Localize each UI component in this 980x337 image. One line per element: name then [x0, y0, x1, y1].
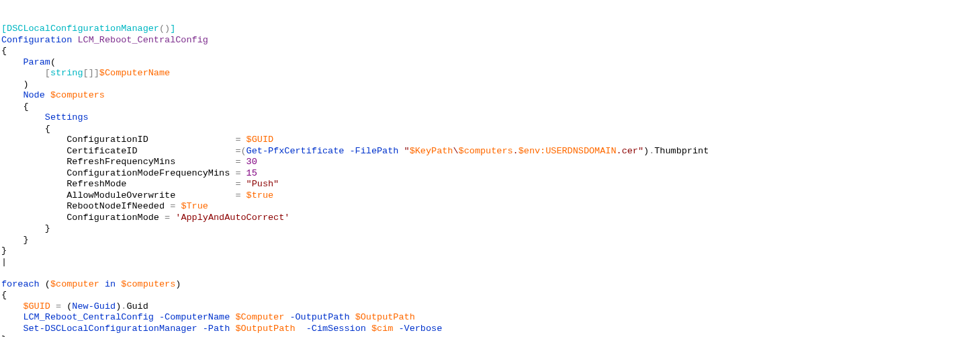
equals: =: [165, 213, 170, 223]
string-seg: \: [453, 146, 458, 156]
keyword-foreach: foreach: [1, 279, 40, 289]
parameter: -OutputPath: [289, 312, 349, 322]
equals: =: [235, 179, 240, 189]
paren: ): [23, 79, 28, 89]
brace: {: [1, 46, 7, 56]
brace: }: [1, 334, 7, 337]
string: 'ApplyAndAutoCorrect': [175, 213, 289, 223]
property: RebootNodeIfNeeded: [66, 201, 165, 211]
string-seg: .cer: [617, 146, 638, 156]
string: "Push": [247, 179, 279, 189]
property: ConfigurationMode: [66, 213, 159, 223]
equals: =: [235, 157, 240, 167]
paren: (: [45, 279, 50, 289]
property: RefreshFrequencyMins: [66, 157, 175, 167]
bracket: [: [45, 68, 50, 78]
variable: $OutputPath: [235, 324, 295, 334]
brace: {: [1, 290, 7, 300]
type-string: string: [50, 68, 83, 78]
property: AllowModuleOverwrite: [66, 190, 175, 200]
brace: }: [23, 235, 28, 245]
paren: (: [50, 57, 56, 67]
variable: $KeyPath: [410, 146, 453, 156]
string-seg: .: [513, 146, 519, 156]
parameter: -ComputerName: [159, 312, 230, 322]
variable: $computer: [50, 279, 99, 289]
property: Thumbprint: [654, 146, 709, 156]
variable: $GUID: [247, 135, 274, 145]
property: ConfigurationID: [66, 135, 148, 145]
equals: =: [235, 135, 240, 145]
property: Guid: [126, 301, 148, 311]
variable: $true: [247, 190, 274, 200]
parameter: -Path: [203, 324, 230, 334]
property: CertificateID: [66, 146, 137, 156]
variable: $computers: [121, 279, 175, 289]
keyword-configuration: Configuration: [1, 35, 72, 45]
variable: $GUID: [23, 301, 50, 311]
variable: $env:USERDNSDOMAIN: [519, 146, 617, 156]
variable: $computers: [459, 146, 513, 156]
keyword-settings: Settings: [45, 112, 89, 122]
brace: {: [23, 102, 28, 112]
equals: =: [56, 301, 61, 311]
brace: }: [1, 246, 7, 256]
keyword-node: Node: [23, 90, 44, 100]
variable: $cim: [371, 324, 393, 334]
attribute-name: DSCLocalConfigurationManager: [7, 24, 159, 34]
string-open: ": [404, 146, 410, 156]
parens: (): [159, 24, 170, 34]
keyword-param: Param: [23, 57, 50, 67]
bracket: ]: [94, 68, 99, 78]
config-name: LCM_Reboot_CentralConfig: [77, 35, 208, 45]
cmdlet: New-Guid: [72, 301, 116, 311]
paren: ): [643, 146, 649, 156]
attribute-bracket: ]: [170, 24, 175, 34]
cmdlet: Set-DSCLocalConfigurationManager: [23, 324, 197, 334]
array-brackets: []: [83, 68, 94, 78]
cmdlet: LCM_Reboot_CentralConfig: [23, 312, 153, 322]
variable: $OutputPath: [355, 312, 415, 322]
variable: $computers: [50, 90, 105, 100]
equals: =: [235, 190, 240, 200]
variable: $Computer: [235, 312, 284, 322]
property: RefreshMode: [66, 179, 126, 189]
paren: ): [175, 279, 181, 289]
keyword-in: in: [105, 279, 116, 289]
parameter: -Verbose: [398, 324, 442, 334]
variable: $ComputerName: [99, 68, 170, 78]
code-editor-content: [DSCLocalConfigurationManager()] Configu…: [1, 24, 979, 337]
equals: =: [235, 168, 240, 178]
string-close: ": [638, 146, 643, 156]
parameter: -CimSession: [306, 324, 366, 334]
property: ConfigurationModeFrequencyMins: [66, 168, 230, 178]
number: 30: [247, 157, 257, 167]
number: 15: [247, 168, 257, 178]
parameter: -FilePath: [350, 146, 399, 156]
cursor: |: [1, 257, 7, 267]
cmdlet: Get-PfxCertificate: [247, 146, 345, 156]
brace: }: [45, 223, 50, 233]
equals: =: [170, 201, 175, 211]
attribute-bracket: [: [1, 24, 7, 34]
brace: {: [45, 124, 50, 134]
equals-paren: =(: [235, 146, 246, 156]
variable: $True: [181, 201, 208, 211]
